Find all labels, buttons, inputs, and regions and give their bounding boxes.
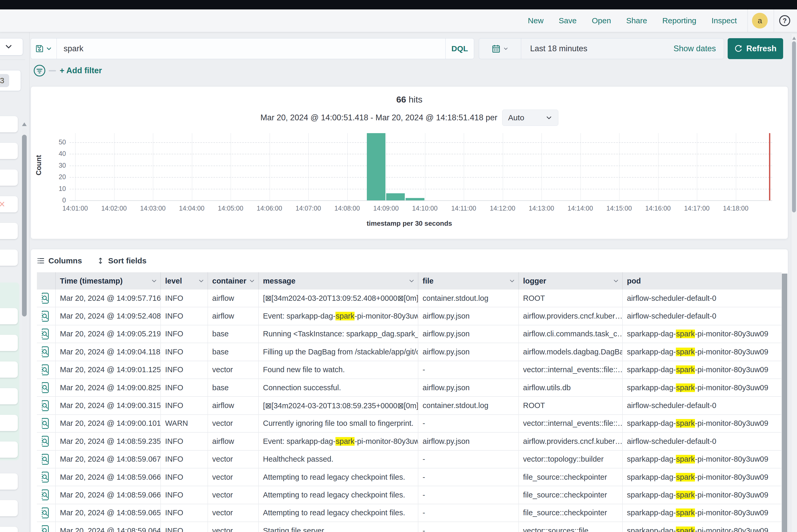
x-tick-label: 14:17:00 — [676, 205, 718, 212]
table-scrollbar-thumb[interactable] — [782, 273, 787, 532]
expand-document-icon[interactable] — [37, 343, 56, 360]
x-tick-label: 14:06:00 — [248, 205, 291, 212]
page-scrollbar-up-icon[interactable] — [792, 37, 796, 40]
sidebar-field-card[interactable] — [0, 473, 18, 490]
log-row: Mar 20, 2024 @ 14:08:59.064INFOvectorSta… — [37, 522, 781, 532]
cell-message: Starting file server. — [259, 522, 419, 532]
current-time-marker — [769, 133, 770, 201]
column-header-time-timestamp-[interactable]: Time (timestamp) — [56, 272, 161, 289]
cell-time: Mar 20, 2024 @ 14:09:05.219 — [56, 325, 161, 343]
sidebar-field-card[interactable] — [0, 388, 18, 404]
log-row: Mar 20, 2024 @ 14:08:59.066INFOvectorAtt… — [37, 486, 781, 504]
sidebar-field-card[interactable]: × — [0, 196, 18, 212]
expand-document-icon[interactable] — [37, 361, 56, 378]
column-header-level[interactable]: level — [161, 272, 208, 289]
sidebar-field-card[interactable] — [0, 170, 18, 186]
sidebar-field-card[interactable] — [0, 116, 18, 132]
date-picker-menu-button[interactable] — [479, 38, 521, 59]
sidebar-field-card[interactable] — [0, 441, 18, 458]
histogram-bar[interactable] — [367, 133, 385, 201]
cell-pod: sparkapp-dag-spark-pi-monitor-80y3uw09 — [623, 361, 781, 378]
sidebar-field-card[interactable] — [0, 308, 18, 324]
expand-document-icon[interactable] — [37, 504, 56, 521]
cell-file: container.stdout.log — [419, 397, 519, 414]
histogram-bar[interactable] — [406, 198, 424, 201]
nav-new[interactable]: New — [528, 16, 543, 25]
nav-inspect[interactable]: Inspect — [711, 16, 737, 25]
add-filter-link[interactable]: + Add filter — [60, 66, 102, 75]
sidebar-scrollbar-up-icon[interactable] — [22, 122, 27, 126]
columns-button[interactable]: Columns — [37, 256, 82, 265]
column-header-container[interactable]: container — [208, 272, 259, 289]
cell-container: airflow — [208, 397, 259, 414]
show-dates-link[interactable]: Show dates — [673, 44, 724, 53]
remove-field-icon[interactable]: × — [0, 198, 5, 210]
sidebar-field-card[interactable] — [0, 527, 18, 532]
column-header-logger[interactable]: logger — [519, 272, 623, 289]
nav-open[interactable]: Open — [592, 16, 611, 25]
sidebar-field-card[interactable] — [0, 249, 18, 266]
sidebar-field-count-box[interactable]: 3 — [0, 70, 21, 91]
sidebar-field-card[interactable] — [0, 361, 18, 378]
sidebar-scrollbar-thumb[interactable] — [22, 135, 27, 317]
page-scrollbar-thumb[interactable] — [792, 41, 796, 212]
log-row: Mar 20, 2024 @ 14:08:59.067INFOvectorHea… — [37, 451, 781, 469]
saved-query-menu-button[interactable] — [31, 38, 57, 59]
cell-level: INFO — [161, 325, 208, 343]
cell-logger: file_source::checkpointer — [519, 486, 623, 504]
histogram-chart: Count timestamp per 30 seconds 14:01:001… — [31, 87, 788, 239]
sidebar-field-card[interactable] — [0, 143, 18, 159]
expand-document-icon[interactable] — [37, 379, 56, 396]
cell-file: - — [419, 522, 519, 532]
refresh-button[interactable]: Refresh — [728, 38, 783, 59]
sidebar-field-card[interactable] — [0, 335, 18, 351]
search-input[interactable] — [57, 38, 445, 59]
cell-container: vector — [208, 522, 259, 532]
expand-document-icon[interactable] — [37, 397, 56, 414]
expand-document-icon[interactable] — [37, 469, 56, 486]
cell-message: Event: sparkapp-dag-spark-pi-monitor-80y… — [259, 307, 419, 325]
query-language-button[interactable]: DQL — [445, 38, 474, 59]
y-gridline — [70, 177, 772, 177]
nav-save[interactable]: Save — [559, 16, 576, 25]
avatar[interactable]: a — [752, 13, 768, 28]
cell-file: container.stdout.log — [419, 289, 519, 307]
help-icon[interactable]: ? — [779, 15, 791, 27]
expand-document-icon[interactable] — [37, 522, 56, 532]
search-highlight: spark — [676, 419, 695, 428]
cell-message: Found new file to watch. — [259, 361, 419, 378]
histogram-bar[interactable] — [386, 193, 405, 201]
expand-document-icon[interactable] — [37, 289, 56, 307]
x-gridline — [153, 133, 153, 201]
sidebar-field-card[interactable] — [0, 500, 18, 516]
cell-logger: airflow.cli.commands.task_c… — [519, 325, 623, 343]
expand-document-icon[interactable] — [37, 307, 56, 325]
expand-document-icon[interactable] — [37, 433, 56, 450]
sidebar-field-card[interactable] — [0, 223, 18, 239]
expand-document-icon[interactable] — [37, 415, 56, 432]
x-tick-label: 14:01:00 — [54, 205, 96, 212]
sort-fields-button[interactable]: Sort fields — [96, 256, 147, 265]
sidebar-collapse-select[interactable] — [0, 38, 23, 55]
log-row: Mar 20, 2024 @ 14:09:52.408INFOairflowEv… — [37, 307, 781, 325]
search-highlight: spark — [676, 365, 695, 374]
filter-menu-icon[interactable] — [33, 64, 46, 77]
column-header-message[interactable]: message — [259, 272, 419, 289]
cell-container: vector — [208, 486, 259, 504]
expand-document-icon[interactable] — [37, 486, 56, 504]
filter-pin-dash — [49, 70, 56, 71]
sidebar-field-card[interactable] — [0, 415, 18, 431]
column-header-pod[interactable]: pod — [623, 272, 781, 289]
nav-reporting[interactable]: Reporting — [662, 16, 696, 25]
cell-level: INFO — [161, 486, 208, 504]
expand-document-icon[interactable] — [37, 451, 56, 468]
time-range-value[interactable]: Last 18 minutes — [521, 44, 673, 53]
expand-document-icon[interactable] — [37, 325, 56, 343]
nav-share[interactable]: Share — [626, 16, 647, 25]
header-separator — [774, 10, 774, 32]
cell-pod: airflow-scheduler-default-0 — [623, 289, 781, 307]
cell-message: Currently ignoring file too small to fin… — [259, 415, 419, 432]
x-tick-label: 14:08:00 — [326, 205, 368, 212]
column-header-file[interactable]: file — [419, 272, 519, 289]
cell-level: INFO — [161, 379, 208, 396]
